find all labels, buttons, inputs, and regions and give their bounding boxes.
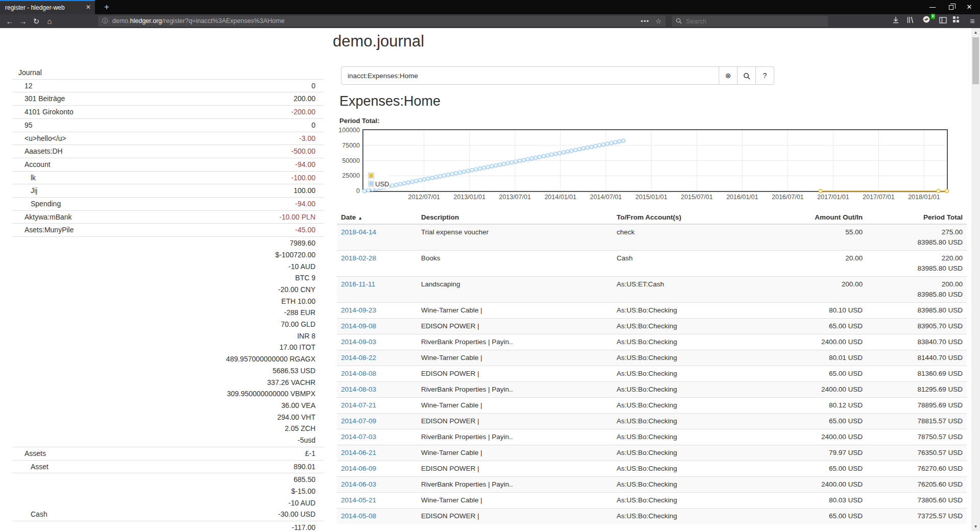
- url-bar[interactable]: ⓘ demo.hledger.org/register?q=inacct%3AE…: [98, 16, 666, 27]
- transaction-date-link[interactable]: 2014-06-03: [341, 480, 376, 488]
- clear-filter-button[interactable]: ⊗: [719, 66, 738, 85]
- forward-button[interactable]: →: [16, 15, 30, 27]
- home-button[interactable]: ⌂: [43, 15, 56, 27]
- register-row[interactable]: 2014-05-21Wine-Tarner Cable |As:US:Bo:Ch…: [337, 493, 967, 509]
- sidebar-account-row[interactable]: 950: [12, 119, 324, 132]
- back-button[interactable]: ←: [3, 15, 16, 27]
- sidebar-account-row[interactable]: Cash685.50$-15.00-10 AUD-30.00 USD: [12, 473, 324, 521]
- site-info-icon[interactable]: ⓘ: [102, 16, 108, 27]
- register-row[interactable]: 2014-08-08EDISON POWER |As:US:Bo:Checkin…: [337, 366, 967, 382]
- sidebar-account-row[interactable]: 120: [12, 80, 324, 93]
- account-link[interactable]: Account: [12, 159, 51, 171]
- column-header-date[interactable]: Date▲: [337, 211, 417, 224]
- transaction-date-link[interactable]: 2018-04-14: [341, 228, 376, 236]
- window-minimize-button[interactable]: —: [924, 0, 941, 14]
- transaction-date-link[interactable]: 2014-05-08: [341, 512, 376, 520]
- register-row[interactable]: 2014-07-21Wine-Tarner Cable |As:US:Bo:Ch…: [337, 398, 967, 414]
- account-link[interactable]: 12: [12, 80, 33, 92]
- transaction-date-link[interactable]: 2014-06-09: [341, 465, 376, 472]
- menu-hamburger-icon[interactable]: ≡: [966, 15, 978, 27]
- account-link[interactable]: Assets: [12, 448, 46, 460]
- window-close-button[interactable]: ✕: [961, 0, 978, 14]
- browser-search-bar[interactable]: [672, 16, 828, 27]
- transaction-date-link[interactable]: 2014-07-03: [341, 433, 376, 441]
- sidebar-account-row[interactable]: 7989.60$-100720.00-10 AUDBTC 9-20.00 CNY…: [12, 237, 324, 447]
- account-link[interactable]: Aaasets:DH: [12, 146, 63, 157]
- sidebar-account-row[interactable]: Asset890.01: [12, 461, 324, 474]
- sidebar-account-row[interactable]: 4101 Girokonto-200.00: [12, 106, 324, 119]
- transaction-date-link[interactable]: 2014-09-23: [341, 306, 376, 314]
- transaction-date-link[interactable]: 2014-08-22: [341, 354, 376, 361]
- account-link[interactable]: Jij: [12, 185, 37, 197]
- transaction-date-link[interactable]: 2014-06-21: [341, 449, 376, 456]
- account-link[interactable]: Journal: [12, 67, 42, 79]
- sidebar-account-row[interactable]: Spending-94.00: [12, 198, 324, 211]
- register-row[interactable]: 2014-06-21Wine-Tarner Cable |As:US:Bo:Ch…: [337, 445, 967, 461]
- transaction-date-link[interactable]: 2014-08-03: [341, 385, 376, 393]
- register-row[interactable]: 2014-08-22Wine-Tarner Cable |As:US:Bo:Ch…: [337, 350, 967, 366]
- tab-close-icon[interactable]: ✕: [86, 4, 91, 11]
- sidebar-account-row[interactable]: Asets:MunyPile-45.00: [12, 224, 324, 237]
- page-actions-icon[interactable]: •••: [641, 16, 649, 27]
- scroll-down-icon[interactable]: ▼: [971, 522, 980, 531]
- sidebar-account-row[interactable]: lk-100.00: [12, 172, 324, 185]
- transaction-date-link[interactable]: 2014-09-08: [341, 322, 376, 330]
- reload-button[interactable]: ↻: [30, 15, 43, 27]
- scrollbar-thumb[interactable]: [972, 37, 979, 84]
- register-row[interactable]: 2018-02-28BooksCash20.00220.0083985.80 U…: [337, 251, 967, 277]
- register-row[interactable]: 2018-04-14Trial expense vouchercheck55.0…: [337, 224, 967, 251]
- account-link[interactable]: 301 Beiträge: [12, 93, 65, 105]
- account-link[interactable]: Cash: [12, 509, 47, 520]
- register-row[interactable]: 2014-07-03RiverBank Properties | Payin..…: [337, 429, 967, 445]
- sidebar-account-row[interactable]: Aaasets:DH-500.00: [12, 145, 324, 158]
- sidebar-toggle-icon[interactable]: [937, 15, 949, 27]
- transaction-date-link[interactable]: 2014-07-09: [341, 417, 376, 425]
- transaction-date-link[interactable]: 2018-02-28: [341, 254, 376, 262]
- search-help-button[interactable]: ?: [755, 66, 774, 85]
- tab-title: register - hledger-web: [5, 4, 65, 11]
- account-link[interactable]: Asset: [12, 461, 48, 473]
- extension-icon[interactable]: 0: [920, 15, 933, 27]
- account-link[interactable]: 95: [12, 119, 33, 131]
- account-link[interactable]: Spending: [12, 198, 61, 210]
- register-row[interactable]: 2014-06-09EDISON POWER |As:US:Bo:Checkin…: [337, 461, 967, 477]
- browser-search-input[interactable]: [686, 16, 819, 27]
- register-row[interactable]: 2014-09-23Wine-Tarner Cable |As:US:Bo:Ch…: [337, 303, 967, 319]
- register-row[interactable]: 2014-09-08EDISON POWER |As:US:Bo:Checkin…: [337, 319, 967, 334]
- sidebar-account-row[interactable]: Account-94.00: [12, 158, 324, 172]
- account-link[interactable]: <u>hello</u>: [12, 133, 66, 144]
- sidebar-account-row[interactable]: Jij100.00: [12, 184, 324, 198]
- new-tab-button[interactable]: +: [100, 2, 113, 13]
- account-link[interactable]: Asets:MunyPile: [12, 224, 74, 236]
- transaction-date-link[interactable]: 2014-08-08: [341, 370, 376, 377]
- extensions-grid-icon[interactable]: [950, 15, 962, 27]
- register-row[interactable]: 2014-07-09EDISON POWER |As:US:Bo:Checkin…: [337, 414, 967, 429]
- account-link[interactable]: Aktywa:mBank: [12, 211, 72, 223]
- sidebar-account-row[interactable]: Assets£-1: [12, 447, 324, 461]
- transaction-date-link[interactable]: 2014-05-21: [341, 496, 376, 504]
- transaction-date-link[interactable]: 2014-07-21: [341, 401, 376, 409]
- sidebar-account-row[interactable]: Aktywa:mBank-10.00 PLN: [12, 211, 324, 224]
- journal-search-input[interactable]: [341, 66, 719, 85]
- window-restore-button[interactable]: [942, 0, 960, 14]
- browser-tab[interactable]: register - hledger-web ✕: [0, 0, 95, 14]
- page-scrollbar[interactable]: ▲ ▼: [971, 28, 980, 531]
- sidebar-account-row[interactable]: -117.00: [12, 521, 324, 531]
- register-row[interactable]: 2014-09-03RiverBank Properties | Payin..…: [337, 334, 967, 350]
- download-icon[interactable]: [890, 15, 902, 27]
- account-link[interactable]: lk: [12, 172, 36, 184]
- library-icon[interactable]: [904, 15, 916, 27]
- register-row[interactable]: 2014-05-08EDISON POWER |As:US:Bo:Checkin…: [337, 509, 967, 524]
- sidebar-account-row[interactable]: Journal: [12, 66, 324, 80]
- account-link[interactable]: 4101 Girokonto: [12, 106, 74, 118]
- sidebar-account-row[interactable]: 301 Beiträge200.00: [12, 92, 324, 106]
- bookmark-star-icon[interactable]: ☆: [655, 16, 662, 27]
- register-row[interactable]: 2016-11-11LandscapingAs:US:ET:Cash200.00…: [337, 277, 967, 303]
- transaction-date-link[interactable]: 2014-09-03: [341, 338, 376, 346]
- register-row[interactable]: 2014-08-03RiverBank Properties | Payin..…: [337, 382, 967, 398]
- transaction-date-link[interactable]: 2016-11-11: [341, 280, 375, 288]
- sidebar-account-row[interactable]: <u>hello</u>-3.00: [12, 132, 324, 146]
- search-submit-button[interactable]: [737, 66, 756, 85]
- register-row[interactable]: 2014-06-03RiverBank Properties | Payin..…: [337, 477, 967, 493]
- scroll-up-icon[interactable]: ▲: [971, 28, 980, 37]
